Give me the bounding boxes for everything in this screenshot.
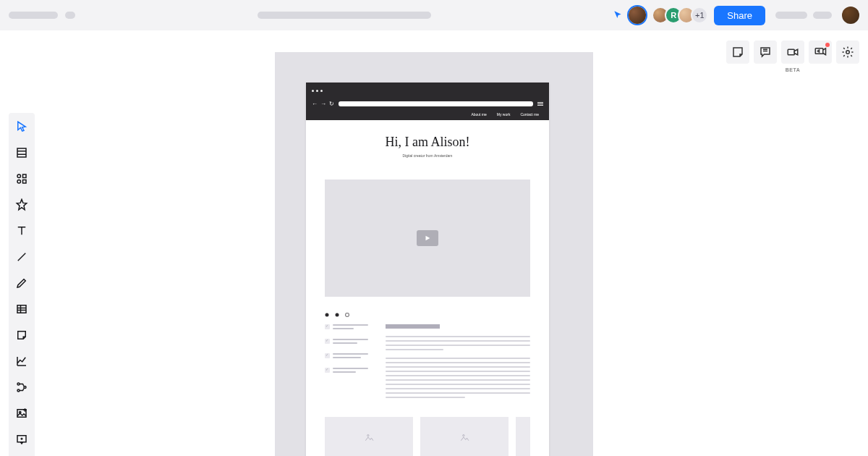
left-toolbar: ••• xyxy=(9,113,35,456)
facebook-icon xyxy=(335,307,339,311)
instagram-icon xyxy=(345,307,349,311)
svg-point-28 xyxy=(336,313,339,317)
presence-cursor-icon xyxy=(613,10,623,20)
pen-tool[interactable] xyxy=(14,275,30,291)
paragraph xyxy=(386,336,530,350)
svg-rect-7 xyxy=(23,174,27,178)
image-tool[interactable] xyxy=(14,405,30,421)
shapes-tool[interactable] xyxy=(14,171,30,187)
chart-tool[interactable] xyxy=(14,353,30,369)
site-nav: About me My work Contact me xyxy=(306,109,549,120)
gallery-item xyxy=(420,417,509,456)
svg-point-30 xyxy=(367,435,369,436)
nav-work: My work xyxy=(497,112,511,117)
paragraph xyxy=(386,358,530,398)
list-item xyxy=(325,353,368,360)
text-tool[interactable] xyxy=(14,223,30,239)
collaborator-avatars[interactable]: R +1 xyxy=(652,7,708,24)
gallery xyxy=(325,417,530,456)
account-avatar[interactable] xyxy=(842,7,859,24)
topbar-right: R +1 Share xyxy=(613,6,859,25)
workspace-placeholder xyxy=(9,12,58,19)
settings-icon[interactable] xyxy=(836,41,859,64)
svg-rect-9 xyxy=(23,180,27,184)
list-item xyxy=(325,368,368,375)
browser-nav-icons: ←→↻ xyxy=(312,101,334,107)
video-placeholder xyxy=(325,180,530,297)
mockup-body: Hi, I am Alison! Digital creator from Am… xyxy=(306,120,549,456)
website-mockup[interactable]: ←→↻ About me My work Contact me Hi, I am… xyxy=(306,83,549,456)
topbar-placeholder xyxy=(813,12,832,19)
browser-url-row: ←→↻ xyxy=(306,98,549,109)
share-button[interactable]: Share xyxy=(714,6,765,25)
browser-chrome xyxy=(306,83,549,98)
article xyxy=(386,324,530,405)
table-tool[interactable] xyxy=(14,301,30,317)
hamburger-icon xyxy=(537,102,543,106)
note-icon[interactable] xyxy=(726,41,749,64)
breadcrumb-area xyxy=(9,12,75,19)
chevron-placeholder xyxy=(65,12,75,19)
star-tool[interactable] xyxy=(14,197,30,213)
checklist xyxy=(325,324,368,405)
svg-point-31 xyxy=(463,435,464,436)
svg-point-19 xyxy=(17,389,20,392)
svg-rect-3 xyxy=(17,148,26,157)
traffic-lights xyxy=(312,90,323,92)
svg-point-17 xyxy=(17,383,20,385)
nav-contact: Contact me xyxy=(520,112,539,117)
comment-tool[interactable] xyxy=(14,431,30,447)
right-panel: BETA xyxy=(726,41,859,64)
doc-title-placeholder xyxy=(258,12,431,19)
canvas[interactable]: ←→↻ About me My work Contact me Hi, I am… xyxy=(275,52,593,456)
comment-icon[interactable] xyxy=(754,41,777,64)
avatar-overflow[interactable]: +1 xyxy=(691,7,708,24)
list-item xyxy=(325,339,368,346)
svg-line-12 xyxy=(18,253,26,261)
svg-point-27 xyxy=(326,313,329,317)
svg-point-2 xyxy=(846,51,850,54)
gallery-item xyxy=(325,417,413,456)
current-user-avatar[interactable] xyxy=(629,7,646,24)
hero-subtitle: Digital creator from Amsterdam xyxy=(325,153,530,158)
article-heading xyxy=(386,324,440,329)
present-icon[interactable] xyxy=(809,41,832,64)
select-tool[interactable] xyxy=(14,119,30,135)
content-columns xyxy=(325,324,530,405)
video-icon[interactable]: BETA xyxy=(781,41,804,64)
svg-point-8 xyxy=(17,180,21,184)
top-bar: R +1 Share xyxy=(0,0,868,30)
gallery-item xyxy=(516,417,530,456)
svg-point-18 xyxy=(24,387,26,389)
svg-rect-0 xyxy=(788,49,794,55)
social-icons xyxy=(325,307,530,311)
play-icon xyxy=(417,230,438,246)
svg-rect-29 xyxy=(346,313,349,317)
notification-dot xyxy=(825,43,830,47)
hero-title: Hi, I am Alison! xyxy=(325,135,530,150)
github-icon xyxy=(325,307,329,311)
topbar-placeholder xyxy=(775,12,807,19)
doc-title-area xyxy=(82,12,605,19)
list-item xyxy=(325,324,368,332)
connector-tool[interactable] xyxy=(14,379,30,395)
svg-rect-13 xyxy=(17,305,26,313)
nav-about: About me xyxy=(471,112,486,117)
svg-point-6 xyxy=(17,174,21,178)
sticky-tool[interactable] xyxy=(14,327,30,343)
line-tool[interactable] xyxy=(14,249,30,265)
frame-tool[interactable] xyxy=(14,145,30,161)
beta-badge: BETA xyxy=(786,67,801,72)
url-bar xyxy=(339,101,533,106)
